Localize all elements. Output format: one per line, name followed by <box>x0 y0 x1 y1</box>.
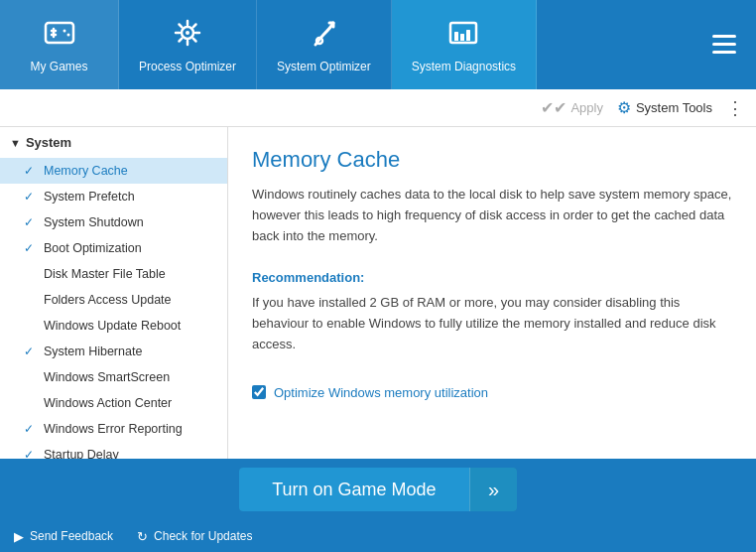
nav-system-diagnostics[interactable]: System Diagnostics <box>392 0 537 89</box>
check-updates-button[interactable]: ↻ Check for Updates <box>137 529 252 544</box>
sidebar-item-windows-error-reporting[interactable]: ✓Windows Error Reporting <box>0 416 227 442</box>
game-mode-arrow-icon: » <box>469 468 517 511</box>
svg-rect-12 <box>460 34 464 41</box>
recommendation-text: If you have installed 2 GB of RAM or mor… <box>252 293 732 354</box>
svg-rect-14 <box>454 32 458 41</box>
sidebar-item-windows-action-center[interactable]: Windows Action Center <box>0 390 227 416</box>
nav-process-optimizer[interactable]: Process Optimizer <box>119 0 257 89</box>
sidebar: ▼ System ✓Memory Cache✓System Prefetch✓S… <box>0 127 228 459</box>
svg-rect-13 <box>466 30 470 41</box>
feedback-icon: ▶ <box>14 529 24 544</box>
sidebar-item-label: Windows Update Reboot <box>44 319 181 333</box>
top-navigation: My Games Process Optimizer System Optimi… <box>0 0 756 89</box>
diagnostics-icon <box>447 17 479 54</box>
system-tools-label: System Tools <box>636 100 712 115</box>
apply-check-icon: ✔✔ <box>541 98 567 117</box>
check-icon: ✓ <box>24 164 38 178</box>
optimize-checkbox[interactable] <box>252 385 266 399</box>
sidebar-item-label: Startup Delay <box>44 448 119 459</box>
game-mode-bar: Turn on Game Mode » <box>0 459 756 520</box>
sidebar-item-label: Windows Error Reporting <box>44 422 183 436</box>
check-icon: ✓ <box>24 241 38 255</box>
recommendation-label: Recommendation: <box>252 270 732 285</box>
sidebar-items: ✓Memory Cache✓System Prefetch✓System Shu… <box>0 158 227 459</box>
content-title: Memory Cache <box>252 147 732 173</box>
svg-point-5 <box>63 29 65 32</box>
footer: ▶ Send Feedback ↻ Check for Updates <box>0 520 756 552</box>
check-icon: ✓ <box>24 190 38 204</box>
svg-rect-0 <box>46 23 73 43</box>
optimizer-icon <box>308 17 339 54</box>
nav-process-label: Process Optimizer <box>139 60 236 73</box>
send-feedback-button[interactable]: ▶ Send Feedback <box>14 529 113 544</box>
sidebar-section-label: System <box>26 135 71 150</box>
recommendation-section: Recommendation: If you have installed 2 … <box>252 270 732 354</box>
nav-system-optimizer-label: System Optimizer <box>277 60 371 73</box>
svg-rect-16 <box>712 43 736 46</box>
apply-button[interactable]: ✔✔ Apply <box>541 98 603 117</box>
process-icon <box>172 17 203 54</box>
main-area: ▼ System ✓Memory Cache✓System Prefetch✓S… <box>0 127 756 459</box>
hamburger-menu[interactable] <box>693 0 756 89</box>
sidebar-item-disk-master-file-table[interactable]: Disk Master File Table <box>0 261 227 287</box>
sidebar-item-system-prefetch[interactable]: ✓System Prefetch <box>0 184 227 209</box>
nav-my-games[interactable]: My Games <box>0 0 119 89</box>
system-tools-button[interactable]: ⚙ System Tools <box>617 98 712 117</box>
sidebar-section-system[interactable]: ▼ System <box>0 127 227 158</box>
refresh-icon: ↻ <box>137 529 148 544</box>
updates-label: Check for Updates <box>154 529 252 543</box>
sidebar-item-system-hibernate[interactable]: ✓System Hibernate <box>0 339 227 364</box>
more-options-button[interactable]: ⋮ <box>726 97 744 119</box>
sidebar-item-label: Memory Cache <box>44 164 128 178</box>
sidebar-item-system-shutdown[interactable]: ✓System Shutdown <box>0 209 227 235</box>
chevron-down-icon: ▼ <box>10 137 21 149</box>
nav-my-games-label: My Games <box>30 60 87 73</box>
sidebar-item-label: System Prefetch <box>44 190 135 204</box>
gear-icon: ⚙ <box>617 98 631 117</box>
check-icon: ✓ <box>24 345 38 358</box>
sidebar-item-startup-delay[interactable]: ✓Startup Delay <box>0 442 227 459</box>
sidebar-item-label: System Shutdown <box>44 215 144 229</box>
sidebar-item-windows-smartscreen[interactable]: Windows SmartScreen <box>0 364 227 390</box>
content-description: Windows routinely caches data to the loc… <box>252 185 732 246</box>
sidebar-item-label: Windows SmartScreen <box>44 370 170 384</box>
check-icon: ✓ <box>24 422 38 436</box>
svg-point-6 <box>66 33 69 36</box>
feedback-label: Send Feedback <box>30 529 113 543</box>
optimize-checkbox-container: Optimize Windows memory utilization <box>252 385 732 400</box>
game-mode-button[interactable]: Turn on Game Mode » <box>239 468 517 511</box>
sidebar-item-label: Boot Optimization <box>44 241 142 255</box>
sidebar-item-label: Disk Master File Table <box>44 267 166 281</box>
sidebar-item-boot-optimization[interactable]: ✓Boot Optimization <box>0 235 227 261</box>
check-icon: ✓ <box>24 448 38 459</box>
optimize-checkbox-label[interactable]: Optimize Windows memory utilization <box>274 385 488 400</box>
content-panel: Memory Cache Windows routinely caches da… <box>228 127 756 459</box>
svg-rect-17 <box>712 51 736 54</box>
toolbar: ✔✔ Apply ⚙ System Tools ⋮ <box>0 89 756 127</box>
sidebar-item-folders-access-update[interactable]: Folders Access Update <box>0 287 227 313</box>
apply-label: Apply <box>570 100 603 115</box>
svg-rect-15 <box>712 35 736 38</box>
games-icon <box>44 17 75 54</box>
sidebar-item-memory-cache[interactable]: ✓Memory Cache <box>0 158 227 184</box>
nav-diagnostics-label: System Diagnostics <box>412 60 516 73</box>
sidebar-item-label: System Hibernate <box>44 345 142 358</box>
svg-point-8 <box>186 31 189 35</box>
sidebar-item-label: Folders Access Update <box>44 293 172 307</box>
nav-system-optimizer[interactable]: System Optimizer <box>257 0 392 89</box>
sidebar-item-label: Windows Action Center <box>44 396 172 410</box>
sidebar-item-windows-update-reboot[interactable]: Windows Update Reboot <box>0 313 227 339</box>
game-mode-label: Turn on Game Mode <box>239 468 469 511</box>
check-icon: ✓ <box>24 215 38 229</box>
